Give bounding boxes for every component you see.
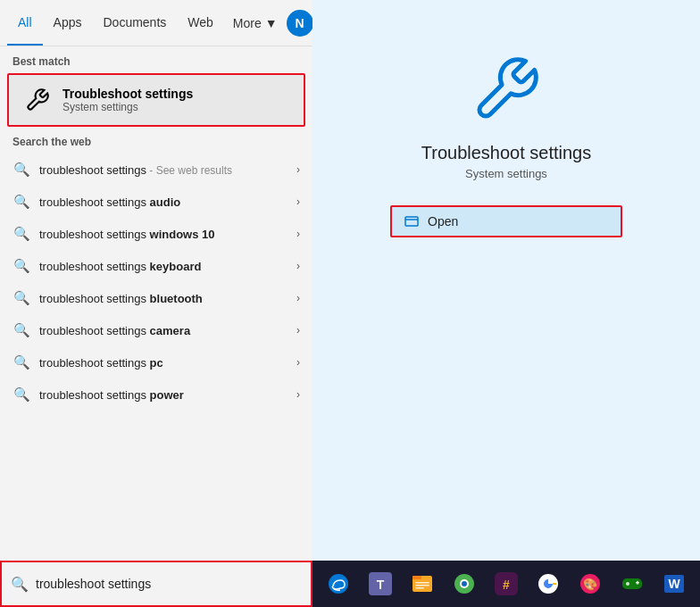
- chevron-down-icon: ▼: [265, 16, 278, 30]
- tab-all[interactable]: All: [7, 0, 43, 46]
- search-web-label: Search the web: [0, 127, 312, 154]
- taskbar-teams[interactable]: T: [362, 564, 400, 603]
- right-title: Troubleshoot settings: [421, 143, 591, 163]
- tab-documents[interactable]: Documents: [92, 0, 177, 46]
- search-icon: 🔍: [12, 321, 30, 339]
- list-item[interactable]: 🔍 troubleshoot settings - See web result…: [0, 154, 312, 186]
- right-panel: Troubleshoot settings System settings Op…: [312, 0, 700, 607]
- search-icon: 🔍: [12, 353, 30, 371]
- left-panel: All Apps Documents Web More ▼ N 💬 ··· ✕ …: [0, 0, 312, 607]
- best-match-title: Troubleshoot settings: [62, 87, 193, 101]
- svg-text:W: W: [668, 577, 680, 591]
- search-icon: 🔍: [12, 161, 30, 179]
- search-icon: 🔍: [12, 257, 30, 275]
- svg-rect-7: [415, 582, 429, 584]
- tab-web[interactable]: Web: [177, 0, 224, 46]
- search-bar: 🔍: [0, 561, 312, 607]
- open-button[interactable]: Open: [392, 207, 621, 236]
- user-avatar[interactable]: N: [287, 10, 313, 37]
- right-subtitle: System settings: [465, 167, 547, 180]
- open-button-wrap: Open: [390, 205, 622, 237]
- chevron-right-icon: ›: [296, 292, 300, 304]
- taskbar: T #: [312, 561, 700, 607]
- search-input[interactable]: [36, 577, 302, 591]
- search-bar-icon: 🔍: [11, 576, 29, 593]
- svg-rect-18: [622, 578, 642, 589]
- chevron-right-icon: ›: [296, 356, 300, 369]
- chevron-right-icon: ›: [296, 388, 300, 401]
- right-wrench-icon: [471, 54, 542, 129]
- svg-text:🎨: 🎨: [583, 577, 598, 592]
- wrench-icon: [21, 84, 54, 116]
- taskbar-google[interactable]: [529, 564, 567, 603]
- taskbar-slack[interactable]: #: [488, 564, 526, 603]
- tab-more[interactable]: More ▼: [224, 0, 287, 46]
- search-icon: 🔍: [12, 193, 30, 211]
- svg-text:#: #: [503, 578, 510, 592]
- taskbar-edge[interactable]: [320, 564, 358, 603]
- tab-apps[interactable]: Apps: [43, 0, 93, 46]
- chevron-right-icon: ›: [296, 260, 300, 272]
- svg-text:T: T: [377, 578, 385, 592]
- taskbar-files[interactable]: [404, 564, 442, 603]
- chevron-right-icon: ›: [296, 228, 300, 240]
- list-item[interactable]: 🔍 troubleshoot settings power ›: [0, 378, 312, 411]
- svg-point-12: [462, 581, 467, 586]
- list-item[interactable]: 🔍 troubleshoot settings camera ›: [0, 314, 312, 346]
- open-label: Open: [428, 214, 458, 229]
- best-match-item[interactable]: Troubleshoot settings System settings: [7, 73, 305, 127]
- svg-point-19: [626, 582, 629, 586]
- svg-rect-0: [405, 217, 418, 226]
- best-match-label: Best match: [0, 46, 312, 73]
- svg-rect-9: [415, 587, 424, 589]
- search-icon: 🔍: [12, 225, 30, 243]
- svg-rect-6: [412, 576, 421, 579]
- open-icon: [404, 214, 419, 229]
- list-item[interactable]: 🔍 troubleshoot settings pc ›: [0, 346, 312, 378]
- list-item[interactable]: 🔍 troubleshoot settings keyboard ›: [0, 250, 312, 282]
- search-icon: 🔍: [12, 386, 30, 403]
- search-icon: 🔍: [12, 289, 30, 307]
- list-item[interactable]: 🔍 troubleshoot settings windows 10 ›: [0, 218, 312, 250]
- list-item[interactable]: 🔍 troubleshoot settings bluetooth ›: [0, 282, 312, 314]
- taskbar-word[interactable]: W: [654, 564, 693, 603]
- chevron-right-icon: ›: [296, 163, 300, 176]
- best-match-subtitle: System settings: [62, 101, 193, 113]
- chevron-right-icon: ›: [296, 195, 300, 208]
- svg-rect-21: [637, 581, 638, 585]
- taskbar-chrome[interactable]: [446, 564, 484, 603]
- chevron-right-icon: ›: [296, 324, 300, 337]
- search-results: Best match Troubleshoot settings System …: [0, 46, 312, 607]
- list-item[interactable]: 🔍 troubleshoot settings audio ›: [0, 186, 312, 218]
- taskbar-paint[interactable]: 🎨: [571, 564, 609, 603]
- taskbar-games[interactable]: [612, 564, 651, 603]
- nav-tabs: All Apps Documents Web More ▼ N 💬 ··· ✕: [0, 0, 312, 46]
- svg-rect-8: [415, 585, 429, 586]
